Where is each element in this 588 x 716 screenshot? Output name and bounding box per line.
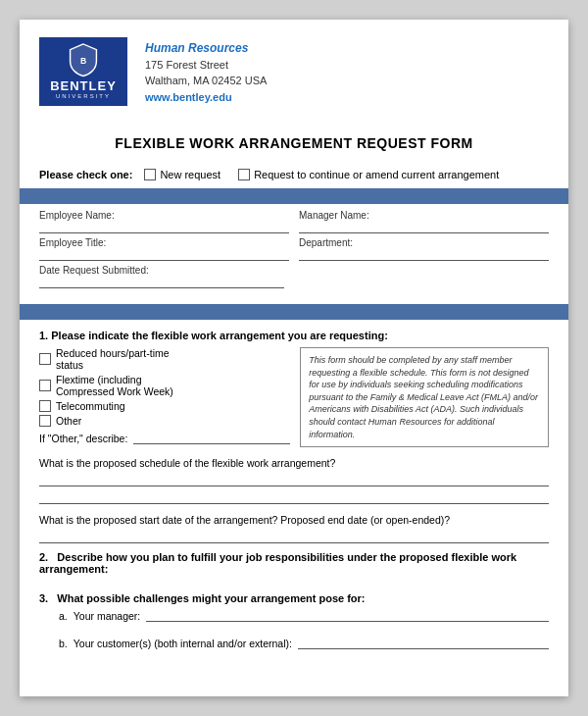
flextime-checkbox[interactable] (39, 380, 51, 391)
reduced-hours-checkbox[interactable] (39, 353, 51, 365)
address-line2: Waltham, MA 02452 USA (145, 73, 267, 89)
svg-text:B: B (80, 56, 86, 66)
logo-university: UNIVERSITY (56, 93, 111, 100)
logo-name: BENTLEY (50, 79, 117, 93)
section3-number: 3. (39, 592, 48, 604)
new-request-label: New request (160, 169, 220, 180)
continue-option[interactable]: Request to continue or amend current arr… (238, 169, 499, 180)
flextime-label: Flextime (including Compressed Work Week… (56, 374, 177, 397)
employee-title-label: Employee Title: (39, 237, 289, 248)
section1-body: Reduced hours/part-time status Flextime … (39, 347, 549, 447)
sub-a-text: Your manager: (74, 610, 141, 622)
section3-question: 3. What possible challenges might your a… (39, 592, 549, 604)
manager-name-input[interactable] (299, 222, 549, 233)
other-label: Other (56, 415, 81, 427)
new-request-checkbox[interactable] (144, 169, 156, 180)
proposed-schedule-input-2[interactable] (39, 490, 549, 504)
logo-block: B BENTLEY UNIVERSITY (39, 37, 127, 106)
option-flextime[interactable]: Flextime (including Compressed Work Week… (39, 374, 177, 397)
section1-question: Please indicate the flexible work arrang… (51, 330, 388, 341)
if-other-label: If "Other," describe: (39, 433, 127, 444)
sub-a-label: a. (59, 610, 68, 622)
form-page: B BENTLEY UNIVERSITY Human Resources 175… (20, 20, 568, 696)
date-submitted-group: Date Request Submitted: (39, 265, 284, 288)
other-checkbox[interactable] (39, 415, 51, 427)
bentley-shield-icon: B (68, 43, 99, 77)
check-one-label: Please check one: (39, 169, 132, 180)
department-label: Department: (299, 237, 549, 248)
option-reduced-hours[interactable]: Reduced hours/part-time status (39, 347, 177, 371)
questions-section: 1. Please indicate the flexible work arr… (20, 320, 568, 675)
section1-header: 1. Please indicate the flexible work arr… (39, 330, 549, 341)
if-other-row: If "Other," describe: (39, 433, 290, 444)
sub-items: a. Your manager: b. Your customer(s) (bo… (39, 610, 549, 649)
dates-input[interactable] (39, 530, 549, 543)
section-divider-1 (20, 188, 568, 204)
option-telecommuting[interactable]: Telecommuting (39, 400, 177, 412)
section-divider-2 (20, 304, 568, 320)
sub-b-label: b. (59, 638, 68, 649)
form-title: FLEXIBLE WORK ARRANGEMENT REQUEST FORM (20, 120, 568, 161)
fields-section: Employee Name: Manager Name: Employee Ti… (20, 204, 568, 296)
continue-checkbox[interactable] (238, 169, 250, 180)
address-line1: 175 Forest Street (145, 57, 267, 74)
sub-b-input[interactable] (298, 638, 549, 649)
checkbox-options: Reduced hours/part-time status Flextime … (39, 347, 177, 427)
sub-item-a: a. Your manager: (59, 610, 549, 622)
proposed-schedule-input[interactable] (39, 473, 549, 486)
field-row-3: Date Request Submitted: (39, 265, 549, 288)
field-row-2: Employee Title: Department: (39, 237, 549, 261)
manager-name-group: Manager Name: (299, 210, 549, 233)
department-group: Department: (299, 237, 549, 261)
dates-question: What is the proposed start date of the a… (39, 514, 549, 526)
website-link: www.bentley.edu (145, 91, 267, 103)
new-request-option[interactable]: New request (144, 169, 220, 180)
employee-name-label: Employee Name: (39, 210, 289, 221)
employee-title-input[interactable] (39, 249, 289, 261)
section2-number: 2. (39, 551, 48, 563)
check-one-row: Please check one: New request Request to… (20, 161, 568, 188)
sub-a-input[interactable] (146, 610, 549, 622)
notice-box: This form should be completed by any sta… (300, 347, 549, 447)
department-name: Human Resources (145, 41, 267, 55)
section3-text: What possible challenges might your arra… (57, 592, 365, 604)
header: B BENTLEY UNIVERSITY Human Resources 175… (20, 20, 568, 120)
sub-b-text: Your customer(s) (both internal and/or e… (74, 638, 292, 649)
telecommuting-checkbox[interactable] (39, 400, 51, 412)
if-other-input[interactable] (133, 433, 290, 444)
option-other[interactable]: Other (39, 415, 177, 427)
header-info: Human Resources 175 Forest Street Waltha… (127, 41, 267, 103)
field-row-1: Employee Name: Manager Name: (39, 210, 549, 233)
date-submitted-label: Date Request Submitted: (39, 265, 284, 276)
checkbox-options-col: Reduced hours/part-time status Flextime … (39, 347, 290, 447)
employee-title-group: Employee Title: (39, 237, 289, 261)
department-input[interactable] (299, 249, 549, 261)
continue-label: Request to continue or amend current arr… (254, 169, 499, 180)
date-submitted-input[interactable] (39, 277, 284, 288)
reduced-hours-label: Reduced hours/part-time status (56, 347, 177, 371)
section2-question: 2. Describe how you plan to fulfill your… (39, 551, 549, 575)
employee-name-input[interactable] (39, 222, 289, 233)
manager-name-label: Manager Name: (299, 210, 549, 221)
telecommuting-label: Telecommuting (56, 400, 125, 412)
sub-item-b: b. Your customer(s) (both internal and/o… (59, 638, 549, 649)
section1-number: 1. (39, 330, 48, 341)
employee-name-group: Employee Name: (39, 210, 289, 233)
section2-text: Describe how you plan to fulfill your jo… (39, 551, 516, 575)
proposed-schedule-question: What is the proposed schedule of the fle… (39, 457, 549, 469)
